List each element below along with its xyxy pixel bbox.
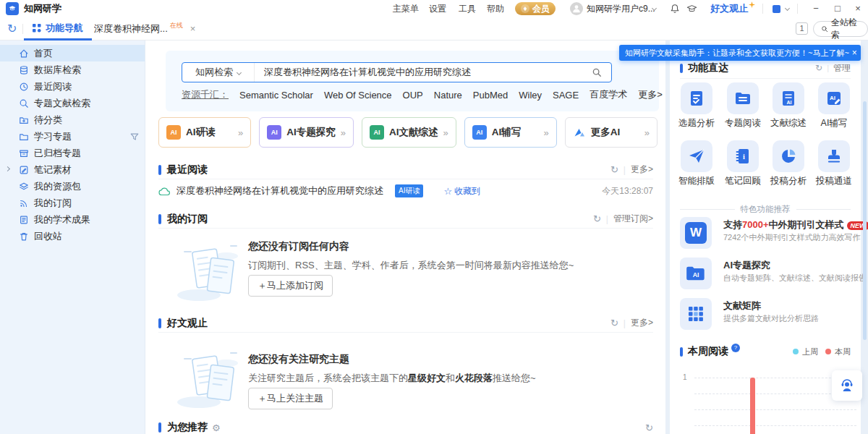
chevron-right-icon[interactable] [5,166,10,171]
topic-analysis-button[interactable] [681,82,712,114]
tab-count-badge[interactable]: 1 [796,22,808,35]
more-link[interactable]: 更多> [631,317,653,329]
resource-link-semantic-scholar[interactable]: Semantic Scholar [239,90,313,101]
search-scope-label: 知网检索 [195,66,233,79]
sidebar-item-archived-topics[interactable]: 已归档专题 [0,145,145,161]
sidebar-item-home[interactable]: 首页 [0,45,145,61]
follow-topic-button[interactable]: ＋马上关注主题 [248,388,333,409]
more-ai-button[interactable]: 更多AI » [565,117,658,148]
submission-analysis-button[interactable] [773,140,804,172]
refresh-icon[interactable]: ↻ [7,17,17,41]
manage-subscriptions-link[interactable]: 管理订阅> [613,213,653,225]
tab-close-icon[interactable]: × [190,17,196,41]
banner-close-icon[interactable]: × [852,48,857,58]
resource-link-sage[interactable]: SAGE [553,90,579,101]
resource-link-web-of-science[interactable]: Web Of Science [324,90,392,101]
sidebar-item-topic-literature-search[interactable]: 专题文献检索 [0,95,145,111]
ai-topic-explore-button[interactable]: AI AI专题探究 » [259,117,354,148]
gear-icon[interactable]: ⚙ [212,422,221,433]
clock-icon [19,82,29,92]
note-review-button[interactable]: i [727,140,759,172]
menu-settings[interactable]: 设置 [429,0,446,17]
quick-item-label[interactable]: AI辅写 [811,117,857,129]
window-close-icon[interactable]: × [852,0,864,17]
haowen-guanzhi-link[interactable]: 好文观止 [710,0,748,17]
filter-icon[interactable] [129,132,140,142]
ai-card-label: AI辅写 [492,126,522,139]
search-submit-button[interactable] [582,63,611,82]
literature-review-button[interactable]: AI [773,82,804,114]
sidebar-item-unclassified[interactable]: 待分类 [0,111,145,128]
quick-item-label[interactable]: 智能排版 [673,175,720,187]
topic-reading-button[interactable] [727,82,759,114]
refresh-icon[interactable]: ↻ [645,422,653,433]
sidebar-item-resource-pack[interactable]: 我的资源包 [0,178,145,195]
menu-tools[interactable]: 工具 [459,0,476,17]
ai-assist-write-quick-button[interactable]: AI [818,82,850,114]
refresh-icon[interactable]: ↻ [593,213,601,224]
avatar[interactable] [570,2,583,15]
quick-item-label[interactable]: 文献综述 [765,117,812,129]
collector-promo-banner[interactable]: 知网研学文献采集助手：让题录和全文获取更方便！~马上了解~ × [619,45,861,61]
search-scope-dropdown[interactable]: 知网检索 [182,63,255,82]
quick-item-label[interactable]: 投稿通道 [811,175,857,187]
feature-ai-topic-explore[interactable]: AI AI专题探究 自动专题矩阵、文献综述、文献阅读报告 [680,258,851,292]
quick-item-label[interactable]: 投稿分析 [765,175,812,187]
sidebar-item-note-material[interactable]: 笔记素材 [0,161,145,178]
sidebar-item-database-search[interactable]: 数据库检索 [0,61,145,78]
add-subscription-button[interactable]: ＋马上添加订阅 [248,275,333,297]
customer-service-button[interactable] [832,370,862,401]
scrollbar[interactable] [863,101,867,340]
recent-doc-title[interactable]: 深度卷积神经网络在计算机视觉中的应用研究综述 [176,184,383,197]
sidebar-item-academic-achievements[interactable]: 我的学术成果 [0,211,145,228]
window-maximize-icon[interactable]: □ [832,0,843,17]
search-box[interactable]: 知网检索 深度卷积神经网络在计算机视觉中的应用研究综述 [182,62,612,82]
resource-links-more[interactable]: 更多> [638,88,663,101]
refresh-icon[interactable]: ↻ [610,164,618,175]
menu-main[interactable]: 主菜单 [393,0,419,17]
help-icon[interactable]: ? [731,344,740,352]
sidebar-item-subscriptions[interactable]: 我的订阅 [0,195,145,211]
submission-channel-button[interactable] [818,140,850,172]
sidebar-item-recycle-bin[interactable]: 回收站 [0,228,145,244]
search-input[interactable]: 深度卷积神经网络在计算机视觉中的应用研究综述 [255,66,582,79]
site-search-button[interactable]: 全站检索 [813,21,868,37]
sidebar-item-study-topics[interactable]: 学习专题 [0,128,145,145]
refresh-icon[interactable]: ↻ [815,63,822,73]
more-link[interactable]: 更多> [631,163,653,176]
smart-layout-button[interactable] [681,140,712,172]
section-bar [680,347,683,357]
tab-document[interactable]: 深度卷积神经网... 在线 × [88,17,201,41]
notification-bell-icon[interactable] [670,4,680,14]
graduation-cap-icon[interactable] [686,4,697,14]
feature-citation-styles[interactable]: W 支持7000+中外期刊引文样式NEW 7242个中外期刊引文样式助力高效写作 [680,217,851,252]
search-icon [592,67,602,77]
refresh-icon[interactable]: ↻ [610,318,618,328]
sidebar-label: 待分类 [34,114,62,127]
recent-doc-row[interactable]: 深度卷积神经网络在计算机视觉中的应用研究综述 AI研读 ☆ 收藏到 今天13:2… [158,182,653,200]
menu-help[interactable]: 帮助 [487,0,504,17]
quick-item-label[interactable]: 笔记回顾 [720,175,766,187]
favorite-button[interactable]: ☆ 收藏到 [443,185,480,197]
theme-chevron-down-icon[interactable] [785,6,790,11]
theme-color-selector[interactable] [773,5,780,13]
resource-link-wiley[interactable]: Wiley [519,90,542,101]
ai-read-button[interactable]: AI AI研读 » [158,117,251,148]
username[interactable]: 知网研学用户c9... [587,0,655,17]
window-minimize-icon[interactable]: − [810,0,822,17]
resource-link-oup[interactable]: OUP [403,90,423,101]
tab-function-nav[interactable]: 功能导航 [24,17,92,41]
resource-link-baidu-scholar[interactable]: 百度学术 [590,88,627,101]
member-badge[interactable]: ♦ 会员 [515,2,556,15]
ai-assist-write-button[interactable]: AI AI辅写 » [464,117,557,148]
section-bar [158,318,161,328]
quick-item-label[interactable]: 选题分析 [673,117,720,129]
ai-read-badge[interactable]: AI研读 [395,184,423,197]
quick-item-label[interactable]: 专题阅读 [720,117,766,129]
sidebar-item-recent-reading[interactable]: 最近阅读 [0,78,145,95]
feature-literature-matrix[interactable]: 文献矩阵 提供多篇文献对比分析思路 [680,298,851,333]
manage-quick-access-link[interactable]: 管理 [833,62,851,75]
resource-link-nature[interactable]: Nature [434,90,462,101]
resource-link-pubmed[interactable]: PubMed [473,90,508,101]
ai-literature-review-button[interactable]: AI AI文献综述 » [362,117,456,148]
